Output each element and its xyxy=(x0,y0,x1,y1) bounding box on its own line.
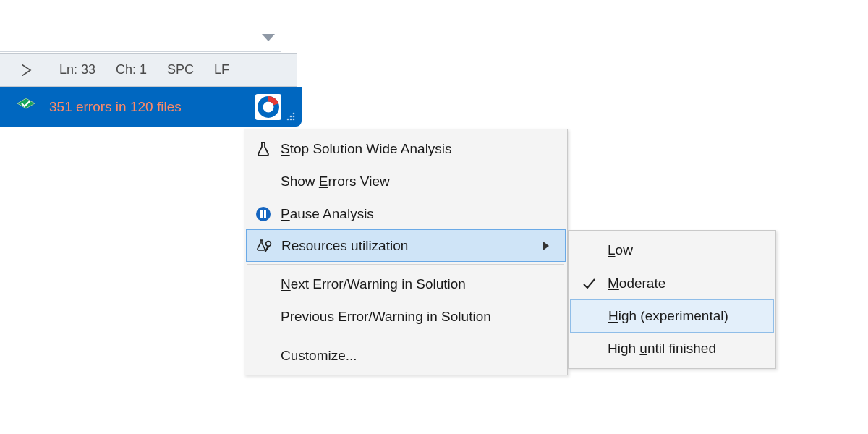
submenu-high[interactable]: High (experimental) xyxy=(570,299,774,333)
submenu-low[interactable]: Low xyxy=(570,234,774,267)
status-indent[interactable]: SPC xyxy=(167,62,194,77)
svg-marker-16 xyxy=(543,242,549,250)
menu-label: Low xyxy=(608,242,762,258)
menu-customize[interactable]: Customize... xyxy=(246,339,566,372)
svg-rect-14 xyxy=(264,210,266,218)
menu-label: High until finished xyxy=(608,341,762,357)
chevron-down-icon[interactable] xyxy=(262,34,275,43)
svg-point-7 xyxy=(290,116,292,118)
analysis-statusbar: 351 errors in 120 files xyxy=(0,87,302,127)
menu-label: Next Error/Warning in Solution xyxy=(281,276,554,292)
menu-resources-utilization[interactable]: Resources utilization xyxy=(246,229,566,262)
svg-point-12 xyxy=(256,207,271,221)
svg-marker-0 xyxy=(262,34,275,41)
submenu-moderate[interactable]: Moderate xyxy=(570,267,774,300)
menu-stop-analysis[interactable]: Stop Solution Wide Analysis xyxy=(246,132,566,165)
editor-panel-remnant xyxy=(0,0,281,52)
svg-rect-13 xyxy=(260,210,263,218)
svg-point-10 xyxy=(290,119,292,121)
svg-point-9 xyxy=(287,119,289,121)
svg-point-11 xyxy=(293,119,295,121)
svg-marker-2 xyxy=(17,98,35,109)
shield-check-icon[interactable] xyxy=(16,97,36,117)
svg-point-6 xyxy=(293,113,295,115)
analysis-context-menu: Stop Solution Wide Analysis Show Errors … xyxy=(244,129,568,375)
menu-label: Previous Error/Warning in Solution xyxy=(281,309,554,325)
flask-icon xyxy=(246,141,281,157)
svg-marker-1 xyxy=(22,64,30,76)
svg-point-8 xyxy=(293,116,295,118)
status-column[interactable]: Ch: 1 xyxy=(116,62,147,77)
svg-point-15 xyxy=(266,241,271,246)
submenu-high-until-finished[interactable]: High until finished xyxy=(570,332,774,365)
status-line[interactable]: Ln: 33 xyxy=(59,62,95,77)
analysis-progress-icon[interactable] xyxy=(255,94,281,120)
svg-point-5 xyxy=(265,103,271,110)
menu-prev-error[interactable]: Previous Error/Warning in Solution xyxy=(246,300,566,333)
menu-show-errors[interactable]: Show Errors View xyxy=(246,165,566,197)
menu-pause-analysis[interactable]: Pause Analysis xyxy=(246,197,566,230)
errors-summary[interactable]: 351 errors in 120 files xyxy=(49,99,255,115)
menu-label: Moderate xyxy=(608,276,762,292)
menu-label: High (experimental) xyxy=(608,308,762,324)
menu-separator xyxy=(247,264,564,265)
tools-flask-icon xyxy=(247,238,281,254)
menu-label: Pause Analysis xyxy=(281,206,554,222)
menu-next-error[interactable]: Next Error/Warning in Solution xyxy=(246,268,566,300)
submenu-arrow-icon xyxy=(539,242,553,250)
status-line-ending[interactable]: LF xyxy=(214,62,229,77)
menu-label: Customize... xyxy=(281,348,554,364)
check-icon xyxy=(570,278,608,289)
play-icon[interactable] xyxy=(22,64,32,76)
menu-label: Show Errors View xyxy=(281,174,554,190)
pause-icon xyxy=(246,206,281,222)
menu-label: Resources utilization xyxy=(281,238,522,254)
menu-separator xyxy=(247,336,564,336)
menu-label: Stop Solution Wide Analysis xyxy=(281,141,554,157)
resize-grip-icon[interactable] xyxy=(283,87,299,127)
resources-submenu: Low Moderate High (experimental) High un… xyxy=(568,230,776,369)
editor-statusbar: Ln: 33 Ch: 1 SPC LF xyxy=(0,53,297,87)
